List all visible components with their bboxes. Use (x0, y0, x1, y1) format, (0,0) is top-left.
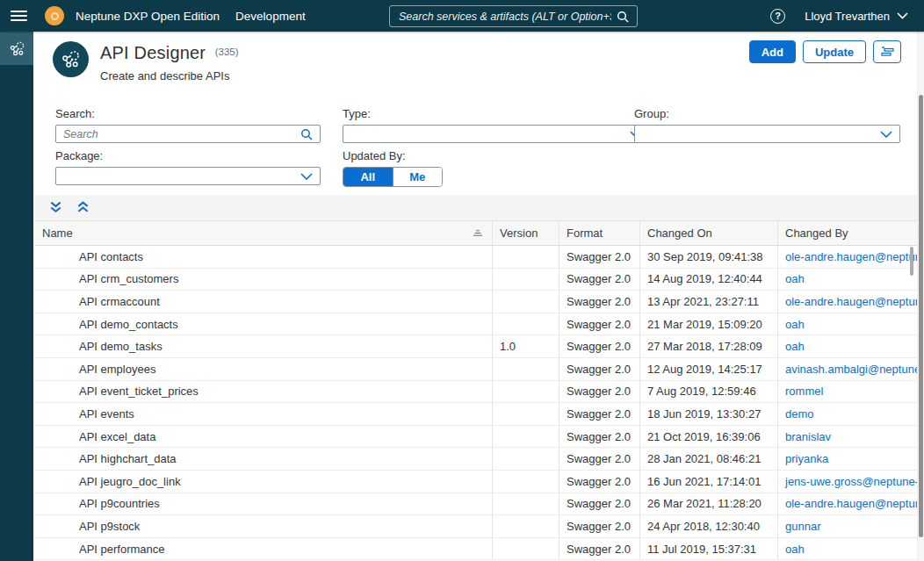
cell-format: Swagger 2.0 (559, 313, 639, 335)
table-row[interactable]: API demo_tasks 1.0 Swagger 2.0 27 Mar 20… (35, 335, 917, 358)
group-select[interactable] (634, 125, 900, 143)
cell-name: API performance (35, 538, 492, 560)
column-header-changed-by[interactable]: Changed By (777, 221, 917, 245)
updated-by-segmented: All Me (343, 167, 443, 187)
add-button[interactable]: Add (749, 40, 796, 63)
help-icon[interactable]: ? (770, 9, 785, 24)
cell-version: 1.0 (492, 335, 559, 357)
search-filter-label: Search: (55, 107, 321, 120)
table-row[interactable]: API contacts Swagger 2.0 30 Sep 2019, 09… (35, 246, 917, 269)
cell-name: API excel_data (35, 426, 492, 448)
top-bar-left: Neptune DXP Open Edition Development (0, 6, 306, 25)
table-row[interactable]: API employees Swagger 2.0 12 Aug 2019, 1… (35, 358, 917, 381)
cell-format: Swagger 2.0 (559, 335, 639, 357)
cell-changed-on: 26 Mar 2021, 11:28:20 (639, 493, 777, 515)
column-header-name[interactable]: Name (35, 221, 492, 245)
updated-by-option-all[interactable]: All (343, 168, 393, 186)
table-row[interactable]: API event_ticket_prices Swagger 2.0 7 Au… (35, 381, 917, 404)
chevron-down-icon (300, 173, 313, 180)
changed-by-link[interactable]: demo (777, 403, 917, 425)
column-header-format[interactable]: Format (559, 221, 639, 245)
changed-by-link[interactable]: oah (777, 313, 917, 335)
cell-name: API jeugro_doc_link (35, 471, 492, 493)
chevron-down-icon (897, 12, 908, 19)
cell-format: Swagger 2.0 (559, 403, 639, 425)
column-header-version[interactable]: Version (492, 221, 559, 245)
table-row[interactable]: API jeugro_doc_link Swagger 2.0 16 Jun 2… (35, 471, 917, 493)
column-header-changed-on[interactable]: Changed On (639, 221, 777, 245)
changed-by-link[interactable]: jens-uwe.gross@neptune-s... (777, 471, 917, 493)
cell-format: Swagger 2.0 (559, 291, 639, 313)
table-row[interactable]: API p9stock Swagger 2.0 24 Apr 2018, 12:… (35, 515, 917, 538)
table-row[interactable]: API excel_data Swagger 2.0 21 Oct 2019, … (35, 426, 917, 449)
cell-format: Swagger 2.0 (559, 426, 639, 448)
api-table: Name Version Format Changed On Changed B… (35, 195, 917, 561)
scrollbar-thumb[interactable] (919, 95, 923, 537)
cell-changed-on: 7 Aug 2019, 12:59:46 (639, 381, 777, 403)
changed-by-link[interactable]: rommel (777, 381, 917, 403)
sidebar (0, 32, 33, 561)
changed-by-link[interactable]: oah (777, 538, 917, 560)
package-select-value[interactable] (56, 170, 300, 183)
cell-name: API events (35, 403, 492, 425)
table-row[interactable]: API events Swagger 2.0 18 Jun 2019, 13:3… (35, 403, 917, 426)
cell-name: API demo_contacts (35, 313, 492, 335)
cell-version (492, 313, 559, 335)
environment-label: Development (235, 10, 306, 23)
changed-by-link[interactable]: oah (777, 335, 917, 357)
cell-changed-on: 27 Mar 2018, 17:28:09 (639, 335, 777, 357)
table-row[interactable]: API performance Swagger 2.0 11 Jul 2019,… (35, 538, 917, 561)
changed-by-link[interactable]: gunnar (777, 515, 917, 537)
global-search-input[interactable] (390, 11, 617, 23)
expand-all-icon[interactable] (49, 201, 62, 214)
table-row[interactable]: API demo_contacts Swagger 2.0 21 Mar 201… (35, 313, 917, 336)
table-row[interactable]: API crmaccount Swagger 2.0 13 Apr 2021, … (35, 291, 917, 313)
user-menu[interactable]: Lloyd Trevarthen (805, 10, 890, 23)
table-row[interactable]: API crm_customers Swagger 2.0 14 Aug 201… (35, 269, 917, 291)
cell-version (492, 381, 559, 403)
type-select-value[interactable] (343, 128, 630, 140)
brand-title: Neptune DXP Open Edition (76, 10, 220, 23)
search-filter-field[interactable] (55, 125, 321, 143)
cell-changed-on: 21 Mar 2019, 15:09:20 (639, 313, 777, 335)
sort-bars-icon (881, 47, 894, 58)
group-select-value[interactable] (635, 128, 880, 140)
changed-by-link[interactable]: priyanka (777, 448, 917, 470)
changed-by-link[interactable]: ole-andre.haugen@neptun... (777, 246, 917, 268)
record-count: (335) (215, 47, 239, 57)
cell-changed-on: 11 Jul 2019, 15:37:31 (639, 538, 777, 560)
table-toolbar (35, 195, 917, 221)
menu-icon[interactable] (11, 11, 27, 22)
search-filter-input[interactable] (56, 128, 300, 140)
sort-list-button[interactable] (873, 40, 901, 63)
table-row[interactable]: API p9countries Swagger 2.0 26 Mar 2021,… (35, 493, 917, 516)
update-button[interactable]: Update (803, 40, 866, 63)
scrollbar-track[interactable] (917, 32, 924, 561)
cell-format: Swagger 2.0 (559, 448, 639, 470)
cell-name: API crmaccount (35, 291, 492, 313)
changed-by-link[interactable]: ole-andre.haugen@neptun... (777, 493, 917, 515)
changed-by-link[interactable]: avinash.ambalgi@neptune-... (777, 358, 917, 380)
table-row[interactable]: API highchart_data Swagger 2.0 28 Jan 20… (35, 448, 917, 471)
table-scrollbar-thumb[interactable] (910, 247, 913, 276)
cell-version (492, 515, 559, 537)
changed-by-link[interactable]: branislav (777, 426, 917, 448)
collapse-all-icon[interactable] (76, 201, 90, 214)
sidebar-item-api-designer[interactable] (0, 32, 33, 65)
cell-name: API employees (35, 358, 492, 380)
cell-changed-on: 30 Sep 2019, 09:41:38 (639, 246, 777, 268)
changed-by-link[interactable]: oah (777, 269, 917, 291)
table-header: Name Version Format Changed On Changed B… (35, 221, 917, 246)
search-icon[interactable] (617, 11, 629, 23)
package-select[interactable] (55, 167, 321, 185)
type-filter-label: Type: (343, 107, 650, 120)
cell-format: Swagger 2.0 (559, 358, 639, 380)
global-search[interactable] (389, 5, 638, 27)
changed-by-link[interactable]: ole-andre.haugen@neptun... (777, 291, 917, 313)
type-select[interactable] (343, 125, 650, 143)
updated-by-option-me[interactable]: Me (393, 168, 443, 186)
chevron-down-icon (880, 131, 892, 138)
neptune-logo-icon[interactable] (45, 6, 64, 25)
search-icon[interactable] (300, 128, 313, 140)
table-body: API contacts Swagger 2.0 30 Sep 2019, 09… (35, 246, 917, 560)
